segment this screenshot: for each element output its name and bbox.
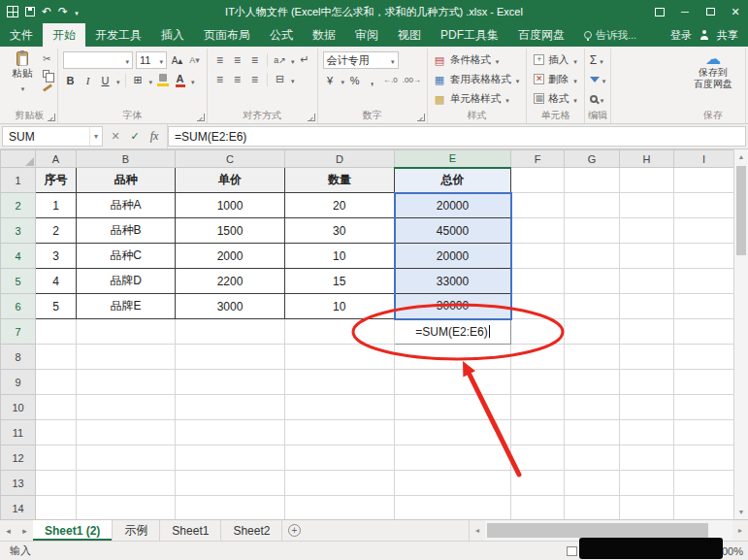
name-box-dropdown-icon[interactable]: [89, 127, 102, 146]
cell-A2[interactable]: 1: [36, 193, 77, 218]
cell-F2[interactable]: [511, 193, 565, 218]
cell-F12[interactable]: [511, 445, 565, 471]
maximize-icon[interactable]: [698, 0, 723, 23]
cell-styles-button[interactable]: 单元格样式: [433, 90, 522, 107]
autosum-button[interactable]: [590, 51, 606, 68]
cell-H9[interactable]: [620, 370, 674, 395]
cell-G13[interactable]: [565, 471, 620, 496]
cell-I2[interactable]: [674, 193, 734, 218]
borders-dropdown-icon[interactable]: [148, 74, 153, 87]
cell-I5[interactable]: [674, 269, 734, 294]
close-icon[interactable]: [723, 0, 748, 23]
cell-F11[interactable]: [511, 420, 565, 445]
sort-filter-button[interactable]: [590, 71, 606, 87]
cell-I11[interactable]: [674, 420, 734, 445]
font-color-dropdown-icon[interactable]: [190, 74, 195, 87]
cell-E14[interactable]: [395, 496, 511, 520]
row-header-10[interactable]: 10: [1, 395, 36, 420]
wrap-text-icon[interactable]: [298, 51, 312, 68]
accounting-dropdown-icon[interactable]: [341, 74, 345, 87]
cell-I12[interactable]: [674, 445, 734, 471]
column-header-E[interactable]: E: [395, 150, 511, 168]
increase-font-size-icon[interactable]: [170, 52, 184, 69]
tab-home[interactable]: 开始: [43, 23, 85, 47]
cell-G14[interactable]: [565, 496, 620, 520]
vertical-scrollbar[interactable]: [733, 149, 748, 519]
cell-G5[interactable]: [565, 269, 620, 294]
column-header-D[interactable]: D: [285, 150, 395, 168]
vertical-scroll-thumb[interactable]: [736, 166, 746, 255]
tell-me-box[interactable]: 告诉我...: [584, 23, 636, 47]
undo-icon[interactable]: [42, 6, 51, 17]
cell-F3[interactable]: [511, 218, 565, 244]
cell-D6[interactable]: 10: [285, 294, 395, 319]
cell-H6[interactable]: [620, 294, 674, 319]
cell-C4[interactable]: 2000: [176, 244, 285, 269]
find-select-button[interactable]: [590, 90, 606, 107]
scroll-up-icon[interactable]: [734, 149, 748, 164]
insert-function-icon[interactable]: fx: [146, 129, 163, 144]
row-header-8[interactable]: 8: [1, 345, 36, 370]
format-painter-icon[interactable]: [43, 82, 52, 93]
cell-G8[interactable]: [565, 345, 620, 370]
conditional-formatting-button[interactable]: 条件格式: [433, 51, 522, 68]
cell-F10[interactable]: [511, 395, 565, 420]
cell-D9[interactable]: [285, 370, 395, 395]
cell-C8[interactable]: [176, 345, 285, 370]
cell-I4[interactable]: [674, 244, 734, 269]
formula-input[interactable]: =SUM(E2:E6): [168, 126, 746, 147]
cell-A10[interactable]: [36, 395, 77, 420]
cell-B8[interactable]: [77, 345, 176, 370]
cell-E6[interactable]: 30000: [395, 294, 511, 319]
normal-view-icon[interactable]: [567, 546, 577, 556]
font-name-combo[interactable]: [63, 51, 133, 69]
row-header-9[interactable]: 9: [1, 370, 36, 395]
cell-E12[interactable]: [395, 445, 511, 471]
cell-D1[interactable]: 数量: [285, 168, 395, 193]
cell-I1[interactable]: [674, 168, 734, 193]
cell-B11[interactable]: [77, 420, 176, 445]
enter-icon[interactable]: [126, 130, 144, 143]
cell-C12[interactable]: [176, 445, 285, 471]
comma-style-icon[interactable]: [365, 72, 379, 88]
cell-H11[interactable]: [620, 420, 674, 445]
cell-D3[interactable]: 30: [285, 218, 395, 244]
column-header-B[interactable]: B: [77, 150, 176, 168]
borders-icon[interactable]: [131, 72, 146, 88]
cut-icon[interactable]: [43, 53, 52, 64]
cell-A11[interactable]: [36, 420, 77, 445]
cell-F9[interactable]: [511, 370, 565, 395]
cell-B4[interactable]: 品种C: [77, 244, 176, 269]
decrease-font-size-icon[interactable]: [187, 52, 202, 69]
cell-E3[interactable]: 45000: [395, 218, 511, 244]
font-size-combo[interactable]: 11: [136, 51, 167, 69]
share-button[interactable]: 共享: [717, 28, 738, 43]
cell-I10[interactable]: [674, 395, 734, 420]
row-header-11[interactable]: 11: [1, 420, 36, 445]
cell-D4[interactable]: 10: [285, 244, 395, 269]
cell-B12[interactable]: [77, 445, 176, 471]
cell-A14[interactable]: [36, 496, 77, 520]
orientation-dropdown-icon[interactable]: [290, 53, 295, 67]
cell-H8[interactable]: [620, 345, 674, 370]
cell-F1[interactable]: [511, 168, 565, 193]
cell-A6[interactable]: 5: [36, 294, 77, 319]
cell-E8[interactable]: [395, 345, 511, 370]
scroll-down-icon[interactable]: [734, 505, 748, 519]
cell-F7[interactable]: [511, 319, 565, 345]
select-all-button[interactable]: [1, 150, 36, 168]
cell-D11[interactable]: [285, 420, 395, 445]
tab-pdf-tools[interactable]: PDF工具集: [431, 23, 508, 47]
cell-E13[interactable]: [395, 471, 511, 496]
cell-C5[interactable]: 2200: [176, 269, 285, 294]
sheet-tab-sheet2[interactable]: Sheet2: [221, 520, 282, 541]
cell-H4[interactable]: [620, 244, 674, 269]
cell-D10[interactable]: [285, 395, 395, 420]
cell-C14[interactable]: [176, 496, 285, 520]
cancel-icon[interactable]: [107, 130, 124, 143]
cell-I8[interactable]: [674, 345, 734, 370]
font-color-icon[interactable]: A: [173, 72, 187, 88]
cell-E10[interactable]: [395, 395, 511, 420]
new-sheet-button[interactable]: [282, 520, 306, 541]
cell-C2[interactable]: 1000: [176, 193, 285, 218]
